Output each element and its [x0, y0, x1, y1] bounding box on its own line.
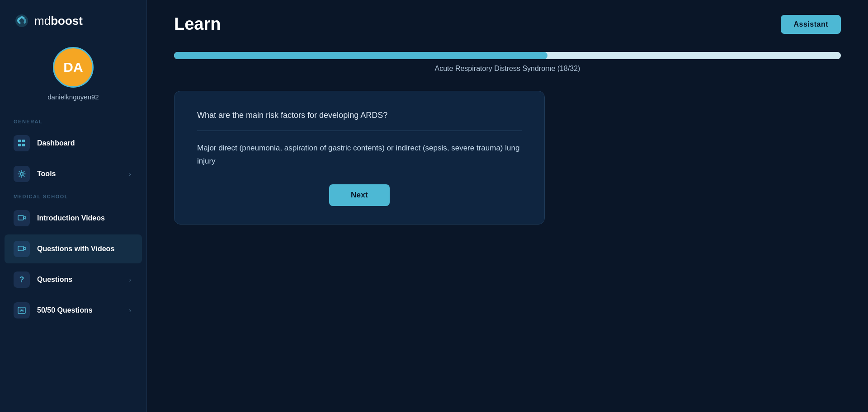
questions-icon: ? [14, 272, 30, 288]
question-card: What are the main risk factors for devel… [174, 91, 545, 225]
dashboard-label: Dashboard [37, 139, 131, 147]
progress-label: Acute Respiratory Distress Syndrome (18/… [174, 65, 841, 73]
progress-section: Acute Respiratory Distress Syndrome (18/… [174, 52, 841, 82]
logo-text: mdboost [34, 14, 83, 28]
username-label: danielknguyen92 [47, 93, 99, 101]
intro-videos-label: Introduction Videos [37, 214, 131, 222]
medical-section-label: MEDICAL SCHOOL [0, 189, 146, 203]
main-content: Learn Assistant Acute Respiratory Distre… [147, 0, 868, 412]
fifty-fifty-label: 50/50 Questions [37, 306, 122, 314]
questions-label: Questions [37, 276, 122, 284]
fifty-fifty-chevron-icon: › [129, 307, 131, 314]
svg-rect-3 [22, 144, 25, 146]
tools-label: Tools [37, 170, 122, 178]
fifty-fifty-icon [14, 302, 30, 318]
sidebar-item-questions-videos[interactable]: Questions with Videos [5, 234, 142, 263]
card-divider [197, 131, 522, 131]
progress-bar-fill [174, 52, 547, 59]
svg-rect-5 [18, 215, 24, 220]
sidebar-item-fifty-fifty[interactable]: 50/50 Questions › [5, 296, 142, 325]
avatar: DA [53, 47, 94, 88]
logo-area: mdboost [0, 0, 146, 38]
svg-point-8 [21, 309, 23, 311]
svg-rect-0 [18, 140, 21, 142]
questions-videos-icon [14, 241, 30, 257]
svg-rect-2 [18, 144, 21, 146]
svg-rect-6 [18, 246, 24, 251]
next-button[interactable]: Next [329, 184, 390, 206]
mdboost-logo-icon [14, 13, 30, 29]
svg-point-4 [20, 173, 23, 175]
general-section-label: GENERAL [0, 114, 146, 128]
sidebar: mdboost DA danielknguyen92 GENERAL Dashb… [0, 0, 147, 412]
question-text: What are the main risk factors for devel… [197, 109, 522, 122]
sidebar-item-questions[interactable]: ? Questions › [5, 265, 142, 294]
sidebar-item-tools[interactable]: Tools › [5, 159, 142, 188]
questions-chevron-icon: › [129, 276, 131, 283]
page-title: Learn [174, 14, 221, 34]
progress-bar-container [174, 52, 841, 59]
sidebar-item-intro-videos[interactable]: Introduction Videos [5, 204, 142, 233]
sidebar-item-dashboard[interactable]: Dashboard [5, 129, 142, 158]
top-bar: Learn Assistant [174, 14, 841, 34]
tools-chevron-icon: › [129, 170, 131, 178]
intro-videos-icon [14, 210, 30, 226]
questions-videos-label: Questions with Videos [37, 245, 131, 253]
dashboard-icon [14, 135, 30, 151]
profile-area: DA danielknguyen92 [0, 38, 146, 114]
answer-text: Major direct (pneumonia, aspiration of g… [197, 142, 522, 168]
tools-icon [14, 166, 30, 182]
svg-rect-1 [22, 140, 25, 142]
assistant-button[interactable]: Assistant [781, 15, 841, 34]
